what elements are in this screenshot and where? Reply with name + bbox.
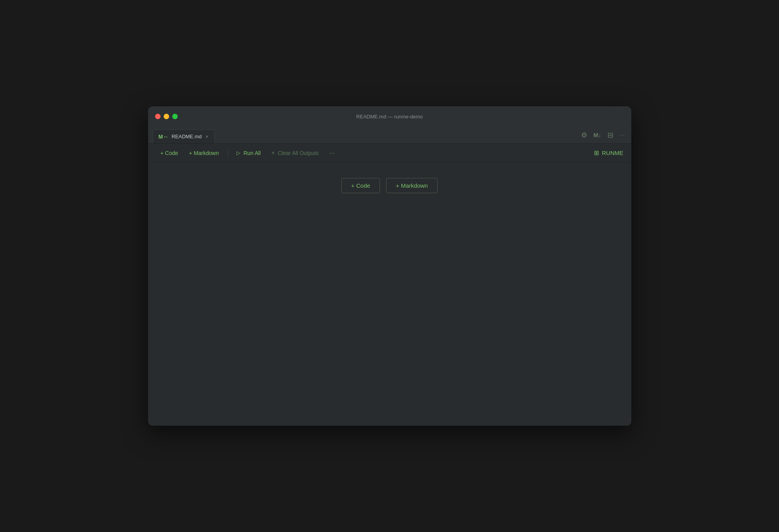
tab-close-button[interactable]: × [205,133,209,140]
runme-icon: ⊞ [594,149,599,157]
markdown-icon[interactable]: M↓ [594,132,601,138]
run-all-icon: ▷ [237,150,240,156]
add-markdown-button[interactable]: + Markdown [184,148,224,159]
clear-all-icon: ≡ [272,150,275,156]
main-content: + Code + Markdown [148,162,631,426]
maximize-button[interactable] [172,114,178,119]
window-title: README.md — runme-demo [356,114,423,120]
title-bar: README.md — runme-demo [148,106,631,127]
more-options-icon[interactable]: ··· [620,132,625,138]
tab-bar: M↔ README.md × ⚙ M↓ ⊟ ··· [148,127,631,144]
center-add-markdown-button[interactable]: + Markdown [386,178,438,193]
add-code-button[interactable]: + Code [156,148,183,159]
clear-all-button[interactable]: ≡ Clear All Outputs [267,148,323,159]
runme-button[interactable]: ⊞ RUNME [594,149,624,157]
minimize-button[interactable] [164,114,169,119]
toolbar-more-button[interactable]: ··· [325,148,340,158]
toolbar: + Code + Markdown ▷ Run All ≡ Clear All … [148,144,631,162]
center-add-code-button[interactable]: + Code [341,178,380,193]
settings-icon[interactable]: ⚙ [581,131,587,139]
traffic-lights [155,114,178,119]
tab-label: README.md [171,134,201,139]
runme-label: RUNME [602,150,624,156]
close-button[interactable] [155,114,161,119]
clear-all-label: Clear All Outputs [278,150,319,156]
run-all-button[interactable]: ▷ Run All [232,148,265,159]
app-window: README.md — runme-demo M↔ README.md × ⚙ … [148,106,631,426]
toolbar-divider [228,149,228,157]
tab-file-icon: M↔ [159,134,169,140]
run-all-label: Run All [244,150,261,156]
split-view-icon[interactable]: ⊟ [608,131,613,139]
tab-bar-actions: ⚙ M↓ ⊟ ··· [581,131,625,139]
center-action-buttons: + Code + Markdown [341,178,438,193]
readme-tab[interactable]: M↔ README.md × [153,129,215,143]
